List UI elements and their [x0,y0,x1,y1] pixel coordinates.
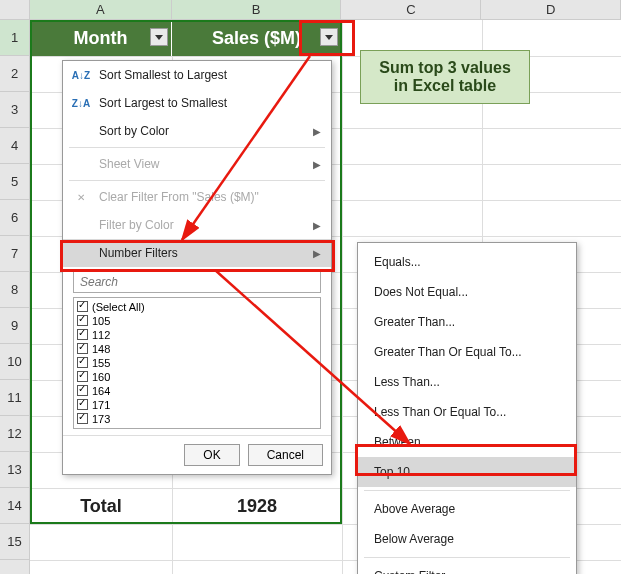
filter-custom[interactable]: Custom Filter... [358,561,576,574]
sort-asc-icon: A↓Z [73,67,89,83]
separator [69,147,325,148]
filter-panel-buttons: OK Cancel [63,435,331,474]
filter-gte[interactable]: Greater Than Or Equal To... [358,337,576,367]
filter-dropdown-icon[interactable] [150,28,168,46]
table-header-row: Month Sales ($M) [30,20,342,56]
sort-ascending[interactable]: A↓Z Sort Smallest to Largest [63,61,331,89]
filter-search [73,271,321,293]
row-header[interactable]: 14 [0,488,29,524]
total-row: Total 1928 [30,488,342,524]
filter-checkbox-list[interactable]: (Select All) 105 112 148 155 160 164 171… [73,297,321,429]
row-header[interactable]: 1 [0,20,29,56]
filter-less-than[interactable]: Less Than... [358,367,576,397]
select-all-corner[interactable] [0,0,30,19]
separator [364,557,570,558]
col-header-c[interactable]: C [341,0,481,19]
callout-line: Sum top 3 values [375,59,515,77]
clear-filter: ✕ Clear Filter From "Sales ($M)" [63,183,331,211]
total-value: 1928 [172,488,342,524]
row-header[interactable]: 8 [0,272,29,308]
annotation-callout: Sum top 3 values in Excel table [360,50,530,104]
row-header[interactable]: 3 [0,92,29,128]
list-item[interactable]: 105 [76,314,318,328]
filter-by-color: Filter by Color ▶ [63,211,331,239]
number-filters[interactable]: Number Filters ▶ [63,239,331,267]
row-header[interactable]: 10 [0,344,29,380]
menu-label: Number Filters [99,246,178,260]
separator [69,180,325,181]
row-header[interactable]: 15 [0,524,29,560]
col-header-d[interactable]: D [481,0,621,19]
ok-button[interactable]: OK [184,444,239,466]
checkbox-icon[interactable] [77,385,88,396]
search-input[interactable] [73,271,321,293]
sort-descending[interactable]: Z↓A Sort Largest to Smallest [63,89,331,117]
row-header[interactable]: 12 [0,416,29,452]
col-header-a[interactable]: A [30,0,172,19]
menu-label: Sort by Color [99,124,169,138]
list-item[interactable]: 160 [76,370,318,384]
chevron-right-icon: ▶ [313,126,321,137]
checkbox-icon[interactable] [77,329,88,340]
row-header[interactable]: 11 [0,380,29,416]
row-header[interactable]: 9 [0,308,29,344]
clear-filter-icon: ✕ [73,189,89,205]
filter-dropdown-panel: A↓Z Sort Smallest to Largest Z↓A Sort La… [62,60,332,475]
table-header-sales: Sales ($M) [172,20,342,56]
table-header-month: Month [30,20,172,56]
cancel-button[interactable]: Cancel [248,444,323,466]
column-headers: A B C D [0,0,621,20]
row-header[interactable]: 13 [0,452,29,488]
list-item[interactable]: 148 [76,342,318,356]
filter-top10[interactable]: Top 10... [358,457,576,487]
checkbox-icon[interactable] [77,399,88,410]
sort-desc-icon: Z↓A [73,95,89,111]
separator [364,490,570,491]
chevron-right-icon: ▶ [313,248,321,259]
list-item[interactable]: 164 [76,384,318,398]
callout-line: in Excel table [375,77,515,95]
menu-label: Filter by Color [99,218,174,232]
table-header-label: Sales ($M) [212,28,301,49]
menu-label: Clear Filter From "Sales ($M)" [99,190,259,204]
row-header[interactable]: 7 [0,236,29,272]
list-item[interactable]: 112 [76,328,318,342]
chevron-right-icon: ▶ [313,220,321,231]
filter-below-avg[interactable]: Below Average [358,524,576,554]
row-header[interactable]: 5 [0,164,29,200]
list-item[interactable]: (Select All) [76,300,318,314]
filter-above-avg[interactable]: Above Average [358,494,576,524]
filter-equals[interactable]: Equals... [358,247,576,277]
menu-label: Sort Smallest to Largest [99,68,227,82]
filter-lte[interactable]: Less Than Or Equal To... [358,397,576,427]
row-header[interactable]: 2 [0,56,29,92]
checkbox-icon[interactable] [77,413,88,424]
filter-greater-than[interactable]: Greater Than... [358,307,576,337]
checkbox-icon[interactable] [77,357,88,368]
row-header[interactable]: 6 [0,200,29,236]
row-header[interactable]: 4 [0,128,29,164]
chevron-right-icon: ▶ [313,159,321,170]
list-item[interactable]: 171 [76,398,318,412]
col-header-b[interactable]: B [172,0,342,19]
sort-by-color[interactable]: Sort by Color ▶ [63,117,331,145]
filter-not-equal[interactable]: Does Not Equal... [358,277,576,307]
sheet-view: Sheet View ▶ [63,150,331,178]
number-filters-submenu: Equals... Does Not Equal... Greater Than… [357,242,577,574]
table-header-label: Month [74,28,128,49]
filter-between[interactable]: Between... [358,427,576,457]
checkbox-icon[interactable] [77,343,88,354]
checkbox-icon[interactable] [77,301,88,312]
menu-label: Sort Largest to Smallest [99,96,227,110]
checkbox-icon[interactable] [77,371,88,382]
menu-label: Sheet View [99,157,160,171]
row-headers: 1 2 3 4 5 6 7 8 9 10 11 12 13 14 15 [0,20,30,574]
list-item[interactable]: 155 [76,356,318,370]
checkbox-icon[interactable] [77,315,88,326]
filter-dropdown-icon[interactable] [320,28,338,46]
total-label: Total [30,488,172,524]
list-item[interactable]: 173 [76,412,318,426]
